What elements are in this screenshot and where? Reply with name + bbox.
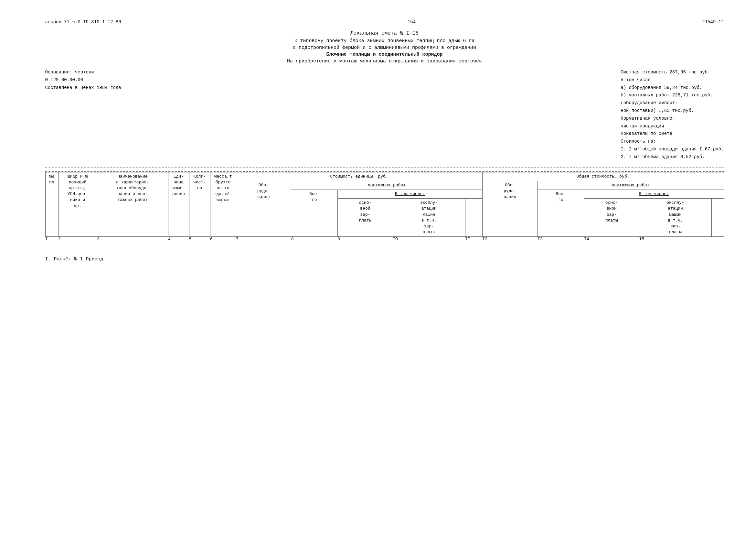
info-left-line1: Основание: чертежи [45,69,121,76]
info-right-line2: в том числе: [621,76,724,84]
th-cifr: Шифр и №позицийпр-нта,УСН,цен-ника идр. [58,172,97,237]
th-ekspl-mashin-ed: эксплу-атациимашинв т.ч.зар-платы [393,199,465,237]
col-num-6: 6 [210,237,236,242]
th-ekspl-mashin-ob: эксплу-атациимашинв т.ч.зар-платы [639,199,712,237]
th-vtomchisle-ob: В том числе: [584,189,724,198]
footer-text: I. Расчёт № I Привод [45,257,103,262]
col-num-13: I3 [537,237,584,242]
info-section: Основание: чертежи Ø I29.00.00.00 Состав… [45,69,724,161]
info-right-line4: (оборудование импорт- [621,99,724,107]
footer: I. Расчёт № I Привод [45,257,724,262]
page: альбом XI ч.П ТП 810-1-12.86 – 154 – 215… [45,19,724,262]
top-dashed-line [45,168,724,168]
sub-title2: с подстропильной фермой и с алюминиевыми… [45,45,724,50]
col-num-5: 5 [189,237,210,242]
th-vsego-ob: Все-го [537,189,584,237]
col-num-2: 2 [58,237,97,242]
col-num-15: I5 [639,237,712,242]
info-right-line5: ной поставки) I,65 тнс.руб. [621,107,724,115]
th-empty1-ob [712,199,724,237]
th-obschaya-stoimost: Общая стоимость, руб. [482,172,724,181]
main-title: Локальная смета № I-I5 [45,30,724,36]
col-num-7: 7 [236,237,291,242]
header: альбом XI ч.П ТП 810-1-12.86 – 154 – 215… [45,19,724,25]
info-right-line1: Сметная стоимость 287,95 тнс.руб. [621,69,724,76]
header-center: – 154 – [402,19,421,25]
col-num-3: 3 [97,237,168,242]
col-num-14: I4 [584,237,639,242]
main-table: №№пп Шифр и №позицийпр-нта,УСН,цен-ника … [45,172,724,252]
col-num-1: I [45,237,58,242]
table-col-numbers: I 2 3 4 5 6 7 8 9 IO II I2 I3 I4 I5 [45,237,724,242]
th-name: Наименованиеи характерис-тика оборудо-ва… [97,172,168,237]
info-right-line11: 2. I м³ объёма здания 0,52 руб. [621,153,724,161]
th-nn: №№пп [45,172,58,237]
th-osnov-zarp-ob: осно-внойзар-платы [584,199,639,237]
sub-title3: Блочные теплицы и соединительный коридор [45,52,724,57]
table-header-row1: №№пп Шифр и №позицийпр-нта,УСН,цен-ника … [45,172,724,181]
th-oborudovaniya-ob: Обо-рудо-вания [482,181,537,237]
th-vtomchisle-ed: В том числе: [338,189,483,198]
col-num-8: 8 [291,237,338,242]
info-right-line3a: а) оборудования 59,24 тнс.руб. [621,84,724,92]
info-right-line3b: б) монтажных работ 228,71 тнс.руб. [621,92,724,99]
sub-title4: На приобретение и монтаж механизма откры… [45,59,724,64]
info-right-line9: Стоимость на: [621,138,724,146]
th-vsego-ed: Все-го [291,189,338,237]
col-num-10: IO [393,237,465,242]
th-osnov-zarp-ed: осно-внойзар-платы [338,199,393,237]
th-montazh-ob: монтажных работ [537,181,724,189]
th-oborudovaniya-ed: Обо-рудо-вания [236,181,291,237]
header-right: 21549-12 [702,19,724,25]
th-montazh-ed: монтажных работ [291,181,483,189]
info-left: Основание: чертежи Ø I29.00.00.00 Состав… [45,69,121,161]
header-left: альбом XI ч.П ТП 810-1-12.86 [45,19,121,25]
table-row-empty [45,241,724,251]
th-massa: Масса,тбруттонеттоеди- об-ниц щая [210,172,236,237]
info-right-line7: чистая продукция [621,123,724,130]
sub-title1: к типовому проекту блока зимних почвенны… [45,38,724,44]
th-kolichestvo: Коли-чест-во [189,172,210,237]
info-right: Сметная стоимость 287,95 тнс.руб. в том … [621,69,724,161]
col-num-12: I2 [482,237,537,242]
info-left-line2: Ø I29.00.00.00 [45,76,121,84]
th-stoimost-edinicy: Стоимость единицы, руб. [236,172,482,181]
col-num-9: 9 [338,237,393,242]
th-empty1-ed [465,199,482,237]
info-right-line8: Показатели по смете [621,130,724,138]
main-table-wrapper: №№пп Шифр и №позицийпр-нта,УСН,цен-ника … [45,171,724,252]
info-right-line10: I. I м² общей площади здания I,67 руб. [621,146,724,153]
title-section: Локальная смета № I-I5 к типовому проект… [45,30,724,64]
col-num-11: II [465,237,482,242]
info-left-line3: Составлена в ценах 1984 года [45,84,121,92]
th-edinica: Еди-ницаизме-рения [168,172,189,237]
info-right-line6: Нормативная условно- [621,115,724,123]
col-num-4: 4 [168,237,189,242]
